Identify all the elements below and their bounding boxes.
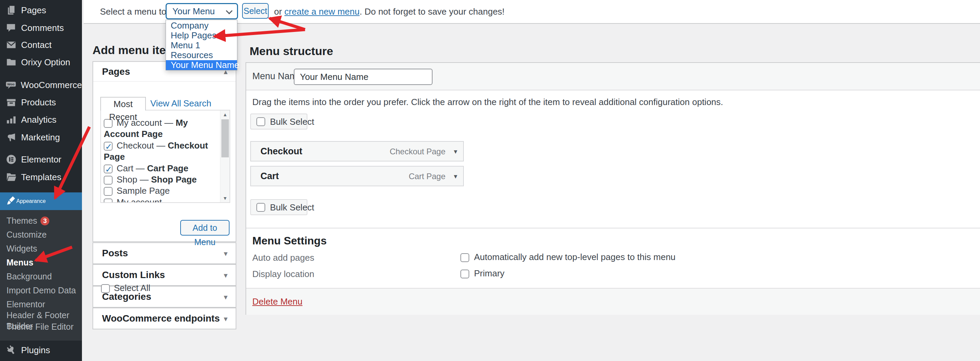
bar-chart-icon xyxy=(5,114,17,126)
sidebar-item-appearance[interactable]: Appearance xyxy=(0,192,82,210)
submenu-item-widgets[interactable]: Widgets xyxy=(0,243,82,254)
checkbox-unchecked[interactable] xyxy=(104,187,113,196)
submenu-item-background[interactable]: Background xyxy=(0,271,82,282)
divider xyxy=(246,228,980,228)
box-icon xyxy=(5,97,17,108)
page-checkbox-row[interactable]: Sample Page xyxy=(104,185,218,196)
scroll-down-icon[interactable]: ▼ xyxy=(220,194,230,202)
checkbox-checked[interactable] xyxy=(104,142,113,151)
display-location-label: Display location xyxy=(252,269,314,280)
menu-item-cart[interactable]: Cart Cart Page ▼ xyxy=(250,166,464,186)
dropdown-option-company[interactable]: Company xyxy=(166,21,237,30)
sidebar-item-label: WooCommerce xyxy=(21,80,82,91)
expand-item-icon[interactable]: ▼ xyxy=(453,142,458,161)
submenu-item-themes[interactable]: Themes3 xyxy=(0,215,82,226)
checkbox-unchecked[interactable] xyxy=(460,253,469,262)
scrollbar[interactable]: ▲ ▼ xyxy=(220,110,229,202)
sidebar-item-label: Analytics xyxy=(21,115,56,125)
brush-icon xyxy=(5,195,16,207)
dropdown-option-resources[interactable]: Resources xyxy=(166,50,237,60)
comments-icon xyxy=(5,22,17,33)
sidebar-item-products[interactable]: Products xyxy=(0,94,82,111)
bulk-select-bottom[interactable]: Bulk Select xyxy=(250,199,307,215)
sidebar-item-orixy-option[interactable]: Orixy Option xyxy=(0,53,82,71)
sidebar-item-woocommerce[interactable]: Woo WooCommerce xyxy=(0,76,82,94)
folder-icon xyxy=(5,56,17,68)
menu-item-checkout[interactable]: Checkout Checkout Page ▼ xyxy=(250,141,464,161)
envelope-icon xyxy=(5,39,17,51)
sidebar-item-label: Orixy Option xyxy=(21,57,70,68)
page-checkbox-row[interactable]: Shop — Shop Page xyxy=(104,174,218,185)
menu-settings-heading: Menu Settings xyxy=(252,235,327,247)
sidebar-item-comments[interactable]: Comments xyxy=(0,19,82,37)
menu-name-header: Menu Name xyxy=(246,63,980,91)
expand-item-icon[interactable]: ▼ xyxy=(453,167,458,186)
create-new-menu-link[interactable]: create a new menu xyxy=(284,6,360,17)
checkbox-unchecked[interactable] xyxy=(101,284,110,293)
checkbox-unchecked[interactable] xyxy=(460,270,469,278)
dropdown-option-help-pages[interactable]: Help Pages xyxy=(166,30,237,40)
dropdown-option-your-menu-name[interactable]: Your Menu Name xyxy=(166,60,237,70)
chevron-down-icon: ▼ xyxy=(223,308,229,328)
svg-text:Woo: Woo xyxy=(8,82,14,86)
sidebar-item-plugins[interactable]: Plugins xyxy=(0,341,82,359)
page-checkbox-row[interactable]: Cart — Cart Page xyxy=(104,163,218,174)
scrollbar-thumb[interactable] xyxy=(221,119,229,157)
dropdown-option-menu-1[interactable]: Menu 1 xyxy=(166,40,237,50)
elementor-icon xyxy=(5,154,17,165)
delete-menu-link[interactable]: Delete Menu xyxy=(252,289,302,315)
menu-structure-heading: Menu structure xyxy=(250,45,333,58)
page-checkbox-row[interactable]: Checkout — Checkout Page xyxy=(104,140,218,163)
sidebar-item-elementor[interactable]: Elementor xyxy=(0,151,82,168)
wordpress-admin-menus-page: Pages Comments Contact Orixy Option Woo … xyxy=(0,0,980,361)
sidebar-item-analytics[interactable]: Analytics xyxy=(0,111,82,129)
megaphone-icon xyxy=(5,132,17,143)
select-all-row[interactable]: Select All xyxy=(101,283,150,293)
sidebar-item-label: Appearance xyxy=(16,198,46,204)
submenu-item-customize[interactable]: Customize xyxy=(0,229,82,240)
pages-checklist: My account — My Account Page Checkout — … xyxy=(100,110,230,203)
pages-accordion-panel: Pages ▲ Most Recent View All Search My a… xyxy=(92,61,236,242)
admin-sidebar: Pages Comments Contact Orixy Option Woo … xyxy=(0,0,82,361)
menu-structure-panel: Menu Name Drag the items into the order … xyxy=(245,62,980,315)
update-count-badge: 3 xyxy=(40,216,49,225)
woocommerce-endpoints-accordion[interactable]: WooCommerce endpoints▼ xyxy=(92,308,236,329)
tab-view-all[interactable]: View All xyxy=(150,97,181,110)
auto-add-pages-option[interactable]: Automatically add new top-level pages to… xyxy=(460,252,676,262)
bulk-select-top[interactable]: Bulk Select xyxy=(250,113,307,129)
menu-select-open-list: Company Help Pages Menu 1 Resources Your… xyxy=(165,20,237,70)
page-checkbox-row[interactable]: My account xyxy=(104,197,218,203)
plug-icon xyxy=(5,344,17,356)
menu-select-dropdown[interactable]: Your Menu Name xyxy=(165,3,238,19)
woocommerce-icon: Woo xyxy=(5,79,17,91)
chevron-down-icon: ▼ xyxy=(223,243,229,263)
submenu-item-theme-file-editor[interactable]: Theme File Editor xyxy=(0,321,82,332)
add-to-menu-button[interactable]: Add to Menu xyxy=(180,220,229,235)
sidebar-item-label: Templates xyxy=(21,172,62,183)
checkbox-unchecked[interactable] xyxy=(104,176,113,184)
scroll-up-icon[interactable]: ▲ xyxy=(220,110,230,119)
sidebar-item-templates[interactable]: Templates xyxy=(0,168,82,186)
sidebar-item-label: Marketing xyxy=(21,132,60,143)
checkbox-unchecked[interactable] xyxy=(256,117,265,126)
menu-name-input[interactable] xyxy=(294,69,433,85)
checkbox-unchecked[interactable] xyxy=(104,199,113,203)
submenu-item-menus[interactable]: Menus xyxy=(0,257,82,268)
sidebar-item-label: Elementor xyxy=(21,154,62,165)
pages-icon xyxy=(5,5,17,16)
auto-add-pages-label: Auto add pages xyxy=(252,253,314,263)
checkbox-unchecked[interactable] xyxy=(256,203,265,212)
sidebar-item-contact[interactable]: Contact xyxy=(0,36,82,54)
display-location-primary-option[interactable]: Primary xyxy=(460,268,504,279)
open-folder-icon xyxy=(5,171,17,183)
tab-most-recent[interactable]: Most Recent xyxy=(100,97,146,110)
drag-instructions: Drag the items into the order you prefer… xyxy=(252,97,723,107)
chevron-down-icon: ▼ xyxy=(223,286,229,306)
select-button[interactable]: Select xyxy=(242,3,269,19)
create-menu-hint: or create a new menu. Do not forget to s… xyxy=(274,0,504,23)
submenu-item-import-demo-data[interactable]: Import Demo Data xyxy=(0,285,82,296)
sidebar-item-pages[interactable]: Pages xyxy=(0,2,82,19)
sidebar-item-marketing[interactable]: Marketing xyxy=(0,129,82,146)
checkbox-checked[interactable] xyxy=(104,165,113,173)
tab-search[interactable]: Search xyxy=(183,97,211,110)
